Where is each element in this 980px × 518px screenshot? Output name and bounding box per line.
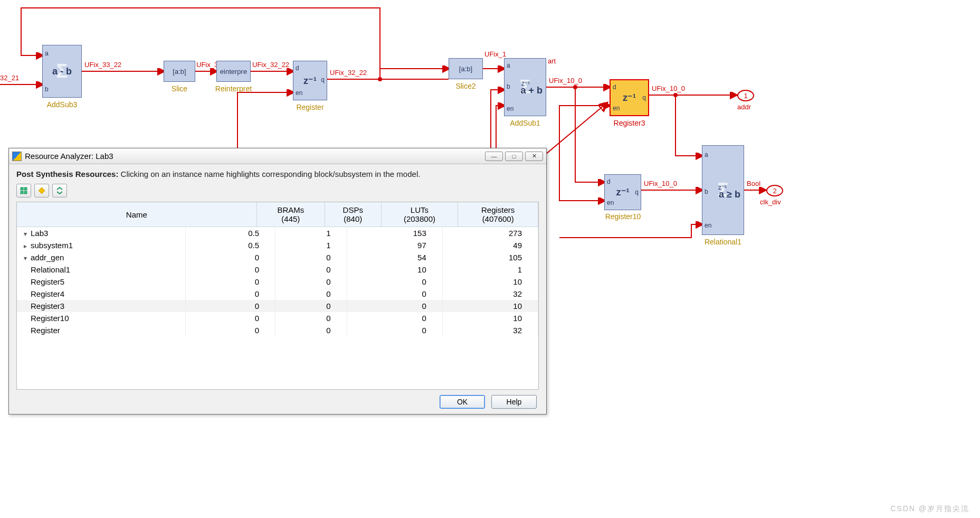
cell-luts: 0: [347, 324, 442, 336]
block-register10[interactable]: d en q z⁻¹: [604, 174, 641, 210]
svg-rect-17: [21, 187, 23, 190]
maximize-button[interactable]: □: [505, 152, 523, 161]
block-relational1[interactable]: Σ a b en z⁻¹ a ≥ b: [702, 145, 744, 235]
expand-all-button[interactable]: [16, 184, 31, 197]
label-slice: Slice: [164, 84, 195, 93]
cell-dsps: 0: [275, 263, 347, 276]
cell-name[interactable]: Register4: [17, 288, 186, 300]
cell-regs: 10: [442, 312, 538, 324]
close-button[interactable]: ✕: [525, 152, 543, 161]
cell-brams: 0: [186, 288, 275, 300]
dialog-titlebar[interactable]: Resource Analyzer: Lab3 — □ ✕: [9, 148, 546, 164]
port-en: en: [296, 89, 302, 97]
cell-regs: 32: [442, 324, 538, 336]
cell-name[interactable]: ▸subsystem1: [17, 239, 186, 251]
watermark: CSDN @岁月指尖流: [890, 504, 969, 514]
cell-luts: 97: [347, 239, 442, 251]
col-name[interactable]: Name: [17, 202, 256, 227]
table-row[interactable]: Register300010: [17, 300, 538, 312]
cell-regs: 10: [442, 300, 538, 312]
cell-name[interactable]: Register10: [17, 312, 186, 324]
cell-dsps: 0: [275, 324, 347, 336]
label-reinterpret: Reinterpret: [211, 84, 256, 93]
cell-brams: 0.5: [186, 227, 275, 239]
block-reinterpret[interactable]: einterpre: [216, 61, 251, 82]
slice-text: [a:b]: [173, 68, 186, 76]
cell-brams: 0: [186, 312, 275, 324]
label-slice2: Slice2: [449, 82, 483, 90]
expr: z⁻¹: [616, 186, 630, 198]
table-header-row: Name BRAMs(445) DSPs(840) LUTs(203800) R…: [17, 202, 538, 227]
cell-luts: 54: [347, 251, 442, 263]
cell-brams: 0: [186, 276, 275, 288]
cell-regs: 273: [442, 227, 538, 239]
cell-regs: 1: [442, 263, 538, 276]
svg-point-5: [378, 77, 382, 81]
block-register3[interactable]: d en q z⁻¹: [610, 79, 649, 116]
port-b: b: [45, 86, 49, 93]
cell-regs: 49: [442, 239, 538, 251]
col-brams[interactable]: BRAMs(445): [256, 202, 325, 227]
help-button[interactable]: Help: [491, 395, 537, 409]
cell-luts: 153: [347, 227, 442, 239]
label-addsub1: AddSub1: [504, 119, 546, 127]
table-row[interactable]: Register1000010: [17, 312, 538, 324]
table-row[interactable]: Register400032: [17, 288, 538, 300]
ok-button[interactable]: OK: [440, 395, 485, 409]
port-q: q: [321, 76, 325, 83]
expr: a + b: [520, 85, 543, 96]
cell-name[interactable]: ▾addr_gen: [17, 251, 186, 263]
table-row[interactable]: ▾addr_gen0054105: [17, 251, 538, 263]
port-q: q: [635, 189, 639, 196]
expand-icon[interactable]: ▾: [22, 230, 28, 238]
cell-name[interactable]: Register5: [17, 276, 186, 288]
port-d: d: [296, 64, 299, 72]
port-a: a: [507, 62, 510, 69]
block-slice[interactable]: [a:b]: [164, 61, 195, 82]
minimize-button[interactable]: —: [485, 152, 503, 161]
col-regs[interactable]: Registers(407600): [458, 202, 538, 227]
cell-name[interactable]: Relational1: [17, 263, 186, 276]
sig-bool: Bool: [747, 180, 760, 187]
outport-clkdiv[interactable]: 2: [766, 185, 783, 196]
collapse-all-button[interactable]: [34, 184, 49, 197]
outport-clkdiv-label: clk_div: [760, 198, 781, 206]
fit-button[interactable]: [52, 184, 67, 197]
table-row[interactable]: Register00032: [17, 324, 538, 336]
table-row[interactable]: Relational100101: [17, 263, 538, 276]
col-dsps[interactable]: DSPs(840): [325, 202, 381, 227]
block-addsub3[interactable]: Σ a b a - b: [42, 45, 82, 98]
table-row[interactable]: ▾Lab30.51153273: [17, 227, 538, 239]
label-addsub3: AddSub3: [42, 100, 82, 109]
cell-dsps: 0: [275, 251, 347, 263]
expand-icon[interactable]: ▾: [22, 255, 28, 262]
table-row[interactable]: Register500010: [17, 276, 538, 288]
cell-brams: 0.5: [186, 239, 275, 251]
cell-dsps: 0: [275, 276, 347, 288]
dialog-toolbar: [9, 184, 546, 202]
expr: a ≥ b: [719, 189, 740, 200]
dialog-title: Resource Analyzer: Lab3: [25, 152, 113, 161]
cell-name[interactable]: ▾Lab3: [17, 227, 186, 239]
outport-addr[interactable]: 1: [737, 90, 754, 101]
sig-ufix10-0a: UFix_10_0: [549, 77, 582, 84]
expand-icon[interactable]: ▸: [22, 242, 28, 250]
block-slice2[interactable]: [a:b]: [449, 58, 483, 79]
cell-name[interactable]: Register3: [17, 300, 186, 312]
cell-luts: 0: [347, 276, 442, 288]
reinterpret-text: einterpre: [220, 68, 247, 76]
cell-dsps: 1: [275, 239, 347, 251]
cell-dsps: 0: [275, 300, 347, 312]
svg-point-14: [673, 93, 678, 97]
cell-luts: 10: [347, 263, 442, 276]
svg-rect-19: [21, 191, 23, 194]
cell-luts: 0: [347, 300, 442, 312]
app-icon: [12, 152, 22, 161]
block-register[interactable]: d en q z⁻¹: [293, 61, 327, 100]
cell-regs: 10: [442, 276, 538, 288]
block-addsub1[interactable]: Σ a b en z⁻¹ a + b: [504, 58, 546, 116]
col-luts[interactable]: LUTs(203800): [381, 202, 458, 227]
table-row[interactable]: ▸subsystem10.519749: [17, 239, 538, 251]
cell-name[interactable]: Register: [17, 324, 186, 336]
cell-brams: 0: [186, 263, 275, 276]
